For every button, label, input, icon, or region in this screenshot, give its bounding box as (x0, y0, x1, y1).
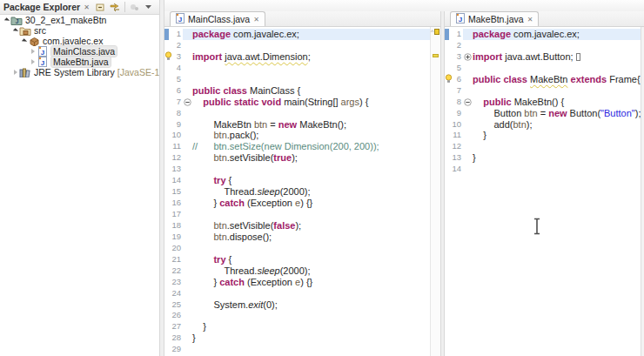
overview-status-warning-icon[interactable] (434, 29, 439, 35)
warning-bulb-icon[interactable] (445, 74, 450, 85)
code-line-2: 2 (164, 40, 430, 51)
fold-margin (183, 220, 192, 232)
code-line-7: 7 public static void main(String[] args)… (164, 97, 430, 108)
line-number: 27 (170, 321, 183, 332)
svg-text:J: J (41, 59, 44, 67)
fold-margin (463, 108, 473, 119)
fold-margin (183, 310, 192, 321)
tree-item-makebtn-java[interactable]: JMakeBtn.java (0, 57, 159, 67)
library-icon (19, 67, 31, 77)
fold-margin (463, 141, 473, 152)
tree-item-com-javalec-ex[interactable]: com.javalec.ex (0, 36, 159, 46)
fold-margin (183, 254, 192, 265)
java-project-icon: J (10, 15, 23, 25)
package-icon (28, 36, 40, 46)
marker-bar (445, 119, 450, 131)
fold-closed-icon[interactable] (463, 51, 473, 63)
java-file-icon: J (37, 46, 49, 57)
tree-item-mainclass-java[interactable]: JMainClass.java (0, 46, 159, 57)
collapsed-arrow-icon[interactable] (29, 49, 37, 54)
line-number: 17 (170, 209, 183, 220)
marker-bar (164, 40, 170, 51)
code-line-27: 27 } (164, 321, 430, 332)
chevron-up-icon: ^ (431, 29, 433, 35)
code-editor-mainclass[interactable]: 1package com.javalec.ex;23import java.aw… (164, 27, 430, 356)
package-explorer-tree[interactable]: J30_2_ex1_makeBtnsrccom.javalec.exJMainC… (0, 15, 159, 356)
line-number: 19 (170, 232, 183, 243)
expanded-arrow-icon[interactable] (3, 18, 10, 23)
line-number: 1 (450, 29, 463, 40)
link-with-editor-icon[interactable] (110, 2, 121, 13)
line-number: 5 (450, 63, 463, 74)
fold-margin (183, 164, 192, 175)
collapsed-arrow-icon[interactable] (29, 59, 37, 64)
code-text (473, 141, 641, 152)
fold-open-icon[interactable] (183, 97, 192, 108)
editor-pane-mainclass: J MainClass.java ✕ 1package com.javalec.… (164, 11, 440, 356)
range-indicator[interactable] (164, 29, 170, 40)
collapse-all-icon[interactable] (95, 2, 106, 13)
tree-item-label: com.javalec.ex (43, 36, 103, 46)
fold-margin (183, 51, 192, 63)
fold-margin (183, 299, 192, 311)
fold-margin (183, 232, 192, 243)
close-icon[interactable]: ✕ (527, 16, 533, 24)
code-text: import java.awt.Button; (473, 51, 641, 63)
tree-item-label: 30_2_ex1_makeBtn (25, 15, 106, 25)
eclipse-workbench: Package Explorer ✕ (0, 0, 644, 356)
line-number: 28 (170, 332, 183, 344)
tab-mainclass-java[interactable]: J MainClass.java ✕ (170, 11, 265, 26)
marker-bar (164, 265, 170, 277)
tree-item-label: src (34, 25, 46, 36)
marker-bar (445, 108, 450, 119)
marker-bar (445, 40, 450, 51)
code-text (473, 63, 641, 74)
code-line-14: 14 (445, 164, 641, 175)
range-indicator[interactable] (445, 29, 450, 40)
marker-bar (445, 51, 450, 63)
code-editor-makebtn[interactable]: 1package com.javalec.ex;23import java.aw… (445, 27, 641, 356)
warning-bulb-icon[interactable] (164, 51, 170, 63)
tab-label: MainClass.java (188, 14, 250, 24)
fold-margin (463, 85, 473, 97)
tree-item-30-2-ex1-makebtn[interactable]: J30_2_ex1_makeBtn (0, 15, 159, 25)
scrollbar-edge[interactable] (641, 27, 644, 356)
marker-bar (164, 232, 170, 243)
focus-task-icon[interactable] (129, 2, 140, 13)
marker-bar (164, 97, 170, 108)
collapsed-region-icon[interactable] (576, 53, 580, 61)
code-text: System.exit(0); (192, 299, 430, 311)
expanded-arrow-icon[interactable] (20, 39, 28, 44)
marker-bar (164, 198, 170, 209)
code-text: Button btn = new Button("Button"); (473, 108, 641, 119)
line-number: 24 (170, 288, 183, 299)
tree-item-src[interactable]: src (0, 25, 159, 36)
tree-item-jre-system-library[interactable]: JRE System Library[JavaSE-1.8] (0, 67, 159, 77)
code-text: package com.javalec.ex; (192, 29, 430, 40)
code-line-12: 12 (445, 141, 641, 152)
fold-margin (463, 152, 473, 164)
close-icon[interactable]: ✕ (84, 3, 90, 11)
code-text: } catch (Exception e) {} (192, 198, 430, 209)
tab-makebtn-java[interactable]: J MakeBtn.java ✕ (450, 11, 539, 26)
marker-bar (164, 321, 170, 332)
source-folder-icon (19, 25, 31, 36)
marker-bar (445, 141, 450, 152)
line-number: 10 (170, 130, 183, 141)
view-menu-icon[interactable] (144, 2, 155, 13)
line-number: 18 (170, 220, 183, 232)
line-number: 10 (450, 119, 463, 131)
marker-bar (164, 152, 170, 164)
warning-marker[interactable] (433, 54, 439, 57)
marker-bar (164, 85, 170, 97)
marker-bar (164, 186, 170, 198)
fold-margin (463, 130, 473, 141)
overview-ruler[interactable]: ^ (430, 27, 440, 356)
code-line-19: 19 btn.dispose(); (164, 232, 430, 243)
fold-open-icon[interactable] (463, 97, 473, 108)
close-icon[interactable]: ✕ (253, 16, 259, 24)
code-line-10: 10 btn.pack(); (164, 130, 430, 141)
expanded-arrow-icon[interactable] (11, 29, 19, 33)
collapsed-arrow-icon[interactable] (11, 70, 19, 75)
code-text: btn.setVisible(true); (192, 152, 430, 164)
